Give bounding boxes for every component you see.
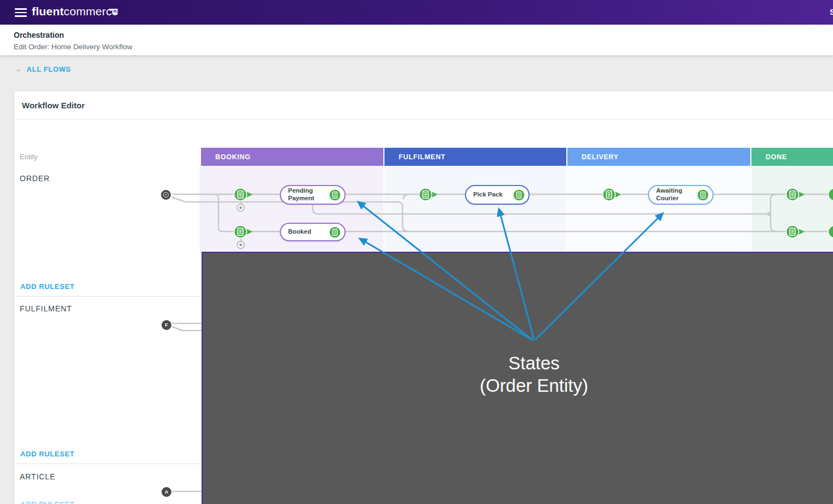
entity-row-article-label: ARTICLE (20, 472, 55, 481)
fulfilment-start-icon[interactable]: F (162, 320, 171, 330)
brand-logo[interactable]: fluentcommerce (32, 5, 118, 18)
ruleset-icon[interactable] (602, 187, 624, 202)
ruleset-icon[interactable] (513, 189, 525, 201)
entity-row-fulfilment-label: FULFILMENT (20, 304, 72, 313)
add-ruleset-button-fulfilment[interactable]: ADD RULESET (20, 450, 74, 458)
state-node-booked[interactable]: Booked (280, 223, 346, 241)
phase-header-fulfilment: FULFILMENT (384, 148, 566, 166)
state-node-pending-payment[interactable]: Pending Payment (280, 185, 346, 205)
hamburger-menu-icon[interactable] (15, 8, 27, 17)
ruleset-icon[interactable] (329, 226, 341, 239)
track-delivery (567, 166, 750, 252)
annotation-line1: States (435, 352, 633, 374)
brand-bold: fluent (32, 5, 64, 18)
ruleset-icon[interactable] (418, 187, 440, 202)
state-node-pick-pack[interactable]: Pick Pack (465, 185, 530, 205)
order-start-bullseye-icon[interactable] (161, 190, 171, 200)
article-start-letter: A (165, 489, 169, 495)
track-fulfilment (384, 166, 566, 252)
state-label: Pick Pack (473, 191, 513, 199)
state-node-awaiting-courier[interactable]: Awaiting Courier (648, 185, 714, 205)
ruleset-icon[interactable] (233, 187, 255, 202)
back-link-label: ALL FLOWS (27, 65, 71, 73)
add-ruleset-button-order[interactable]: ADD RULESET (20, 282, 74, 291)
page-title: Edit Order: Home Delivery Workflow (14, 43, 133, 51)
annotation-caption: States (Order Entity) (435, 352, 633, 397)
event-icon[interactable] (237, 241, 245, 249)
ruleset-icon[interactable] (785, 187, 807, 202)
row-divider (15, 296, 202, 297)
row-divider (15, 464, 202, 464)
phase-header-done: DONE (751, 148, 833, 166)
card-divider (14, 119, 833, 120)
card-title: Workflow Editor (22, 101, 85, 110)
entity-row-order-label: ORDER (20, 174, 50, 183)
ruleset-icon[interactable] (697, 189, 709, 201)
state-label: Awaiting Courier (656, 187, 697, 202)
add-ruleset-button-article[interactable]: ADD RULESET (20, 500, 74, 504)
event-icon[interactable] (237, 204, 245, 212)
ruleset-icon[interactable] (233, 224, 255, 239)
back-arrow-icon: ← (15, 65, 23, 73)
all-flows-back-link[interactable]: ← ALL FLOWS (15, 65, 71, 73)
ruleset-icon[interactable] (828, 224, 833, 239)
topbar-cutoff-text: S (830, 7, 833, 16)
ruleset-icon[interactable] (828, 187, 833, 202)
top-app-bar: fluentcommerce S (0, 0, 833, 25)
entity-column-header: Entity (14, 148, 200, 166)
state-label: Pending Payment (288, 187, 329, 202)
article-start-icon[interactable]: A (162, 487, 171, 497)
entity-column-border (200, 166, 200, 252)
page-header-bar: Orchestration Edit Order: Home Delivery … (0, 25, 833, 55)
ruleset-icon[interactable] (785, 224, 807, 239)
annotation-line2: (Order Entity) (435, 374, 633, 397)
state-label: Booked (288, 228, 329, 236)
breadcrumb-section: Orchestration (14, 31, 64, 39)
brand-logo-mark-icon (109, 9, 118, 15)
phase-header-booking: BOOKING (201, 148, 383, 166)
fulfilment-start-letter: F (165, 322, 168, 328)
ruleset-icon[interactable] (329, 189, 341, 201)
workflow-editor-page: fluentcommerce S Orchestration Edit Orde… (0, 0, 833, 504)
phase-header-delivery: DELIVERY (567, 148, 750, 166)
